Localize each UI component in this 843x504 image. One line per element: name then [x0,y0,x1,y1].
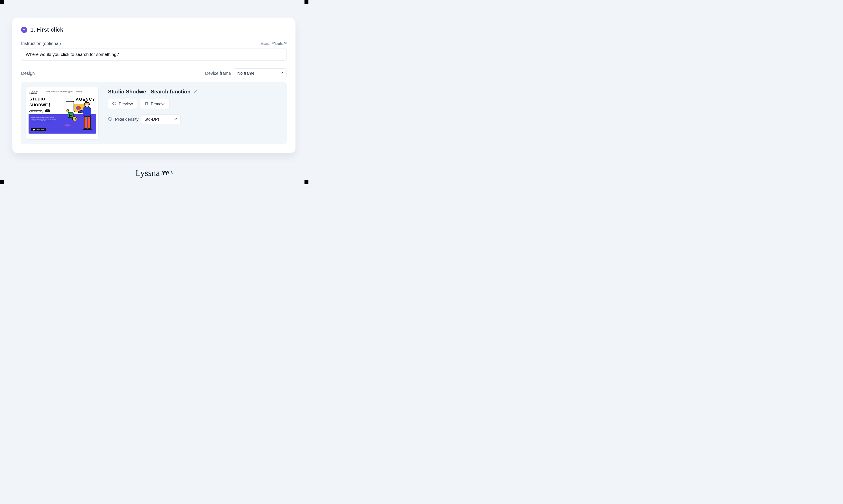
crop-mark [305,0,308,4]
svg-point-18 [87,128,92,130]
brand-squiggle-icon [161,168,173,178]
crop-mark [0,180,4,184]
design-panel: +STUDIO SHODWE HOME PORTFOLIO SERVICES A… [21,82,287,144]
chevron-down-icon [280,71,283,75]
thumb-scroll: Scroll Down [31,128,46,131]
brand-logo: Lyssna [135,168,173,178]
svg-rect-15 [84,117,87,128]
svg-point-9 [74,118,74,119]
format-italic-hint: _italic_ [259,41,271,46]
thumb-cta: GET IN TOUCH [30,110,43,113]
svg-rect-3 [66,101,74,107]
pixel-density-label: Pixel density [115,117,139,122]
svg-point-17 [83,128,87,130]
thumb-nav-item: HOME [46,91,50,93]
format-hint: _italic_ **bold** [259,41,287,46]
device-frame-select[interactable]: No frame [234,68,287,78]
thumb-heading: SHODWE [30,103,48,107]
remove-label: Remove [151,102,166,106]
pixel-density-value: Std-DPI [144,117,159,122]
thumb-nav-item: PORTFOLIO [51,91,59,93]
instruction-label-row: Instruction (optional) _italic_ **bold** [21,41,287,46]
svg-point-10 [75,118,76,119]
design-thumbnail[interactable]: +STUDIO SHODWE HOME PORTFOLIO SERVICES A… [27,87,98,139]
section-card: 1. First click Instruction (optional) _i… [12,18,295,153]
thumb-nav-item: SERVICES [61,91,67,93]
device-frame-value: No frame [237,71,255,76]
info-icon[interactable] [108,117,113,122]
svg-point-1 [25,29,25,29]
svg-point-12 [64,124,71,127]
instruction-label: Instruction (optional) [21,41,61,46]
thumb-illustration [64,100,97,136]
svg-rect-21 [110,119,110,120]
chevron-down-icon [174,117,177,122]
brand-name: Lyssna [135,168,160,178]
svg-rect-16 [88,117,90,128]
svg-point-19 [114,103,115,104]
instruction-input[interactable] [21,48,287,60]
pixel-density-select[interactable]: Std-DPI [141,114,181,124]
design-title: Studio Shodwe - Search function [108,89,191,95]
thumb-heading: STUDIO [30,97,51,101]
first-click-icon [21,27,27,33]
design-label: Design [21,71,35,76]
svg-point-8 [72,117,77,121]
crop-mark [305,180,308,184]
section-header: 1. First click [21,26,287,33]
device-frame-group: Device frame No frame [205,68,287,78]
edit-title-button[interactable] [194,89,198,94]
thumb-nav-item: CONTACT [76,91,83,93]
svg-rect-14 [83,107,91,117]
crop-mark [0,0,4,4]
remove-button[interactable]: Remove [140,99,170,109]
preview-label: Preview [119,102,133,106]
thumb-search [83,91,95,93]
format-bold-hint: **bold** [272,41,287,46]
design-meta: Studio Shodwe - Search function Preview [108,87,281,124]
thumb-copy: We love create experiences that enable p… [31,116,57,122]
design-label-row: Design Device frame No frame [21,68,287,78]
thumb-cta-arrow [45,109,50,112]
eye-icon [112,101,117,107]
preview-button[interactable]: Preview [108,99,137,109]
svg-point-6 [77,106,81,110]
trash-icon [144,101,149,107]
section-title: 1. First click [30,26,63,33]
svg-point-22 [110,118,110,119]
thumb-nav-item: ABOUT US [68,91,75,93]
device-frame-label: Device frame [205,71,231,76]
